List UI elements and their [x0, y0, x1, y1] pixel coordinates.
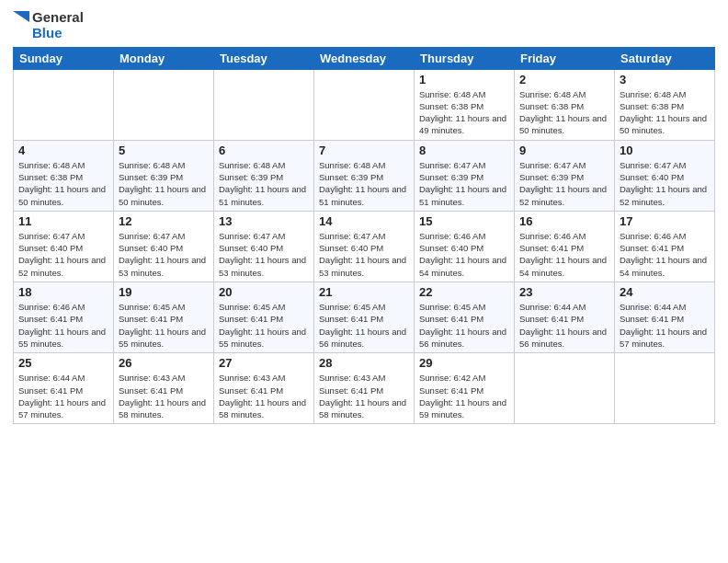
day-info: Sunrise: 6:46 AM Sunset: 6:41 PM Dayligh…: [519, 230, 609, 279]
calendar-cell: [314, 69, 415, 140]
logo-container: General Blue: [13, 9, 84, 41]
day-info: Sunrise: 6:46 AM Sunset: 6:40 PM Dayligh…: [419, 230, 509, 279]
weekday-header-monday: Monday: [114, 47, 214, 69]
calendar-cell: 2Sunrise: 6:48 AM Sunset: 6:38 PM Daylig…: [515, 69, 615, 140]
day-info: Sunrise: 6:44 AM Sunset: 6:41 PM Dayligh…: [620, 301, 710, 350]
day-number: 3: [620, 73, 710, 86]
calendar-cell: 10Sunrise: 6:47 AM Sunset: 6:40 PM Dayli…: [615, 140, 715, 211]
calendar-cell: 15Sunrise: 6:46 AM Sunset: 6:40 PM Dayli…: [415, 211, 515, 282]
calendar-cell: 22Sunrise: 6:45 AM Sunset: 6:41 PM Dayli…: [415, 282, 515, 353]
svg-marker-0: [13, 11, 29, 22]
calendar-cell: 12Sunrise: 6:47 AM Sunset: 6:40 PM Dayli…: [114, 211, 214, 282]
day-info: Sunrise: 6:48 AM Sunset: 6:38 PM Dayligh…: [620, 88, 710, 137]
day-info: Sunrise: 6:48 AM Sunset: 6:38 PM Dayligh…: [419, 88, 509, 137]
weekday-header-friday: Friday: [515, 47, 615, 69]
calendar-cell: 9Sunrise: 6:47 AM Sunset: 6:39 PM Daylig…: [515, 140, 615, 211]
day-info: Sunrise: 6:45 AM Sunset: 6:41 PM Dayligh…: [119, 301, 209, 350]
day-info: Sunrise: 6:47 AM Sunset: 6:40 PM Dayligh…: [620, 159, 710, 208]
day-number: 22: [419, 285, 509, 299]
calendar-cell: 20Sunrise: 6:45 AM Sunset: 6:41 PM Dayli…: [214, 282, 314, 353]
calendar-cell: 6Sunrise: 6:48 AM Sunset: 6:39 PM Daylig…: [214, 140, 314, 211]
weekday-header-thursday: Thursday: [415, 47, 515, 69]
day-info: Sunrise: 6:42 AM Sunset: 6:41 PM Dayligh…: [419, 372, 509, 420]
logo-line1: General: [32, 9, 84, 25]
day-number: 2: [519, 73, 609, 86]
calendar-cell: 21Sunrise: 6:45 AM Sunset: 6:41 PM Dayli…: [314, 282, 415, 353]
day-number: 12: [119, 214, 209, 228]
day-number: 28: [319, 356, 409, 370]
calendar-cell: [214, 69, 314, 140]
day-number: 18: [18, 285, 108, 299]
calendar-cell: 19Sunrise: 6:45 AM Sunset: 6:41 PM Dayli…: [114, 282, 214, 353]
logo-triangle-icon: [13, 11, 29, 39]
weekday-header-sunday: Sunday: [14, 47, 114, 69]
day-number: 19: [119, 285, 209, 299]
calendar-cell: 16Sunrise: 6:46 AM Sunset: 6:41 PM Dayli…: [515, 211, 615, 282]
day-info: Sunrise: 6:47 AM Sunset: 6:40 PM Dayligh…: [319, 230, 409, 279]
logo-text: General Blue: [32, 9, 84, 41]
calendar-cell: [114, 69, 214, 140]
day-number: 24: [620, 285, 710, 299]
page: General Blue SundayMondayTuesdayWednesda…: [0, 0, 728, 563]
day-number: 25: [18, 356, 108, 370]
calendar-cell: 17Sunrise: 6:46 AM Sunset: 6:41 PM Dayli…: [615, 211, 715, 282]
calendar-cell: [615, 353, 715, 424]
calendar-cell: 23Sunrise: 6:44 AM Sunset: 6:41 PM Dayli…: [515, 282, 615, 353]
calendar-cell: 29Sunrise: 6:42 AM Sunset: 6:41 PM Dayli…: [415, 353, 515, 424]
day-info: Sunrise: 6:47 AM Sunset: 6:39 PM Dayligh…: [419, 159, 509, 208]
day-info: Sunrise: 6:43 AM Sunset: 6:41 PM Dayligh…: [219, 372, 309, 420]
calendar-cell: 18Sunrise: 6:46 AM Sunset: 6:41 PM Dayli…: [14, 282, 114, 353]
calendar-cell: 25Sunrise: 6:44 AM Sunset: 6:41 PM Dayli…: [14, 353, 114, 424]
calendar-table: SundayMondayTuesdayWednesdayThursdayFrid…: [13, 47, 715, 425]
day-number: 1: [419, 73, 509, 86]
day-number: 21: [319, 285, 409, 299]
day-number: 11: [18, 214, 108, 228]
day-info: Sunrise: 6:46 AM Sunset: 6:41 PM Dayligh…: [620, 230, 710, 279]
weekday-header-wednesday: Wednesday: [314, 47, 415, 69]
day-info: Sunrise: 6:47 AM Sunset: 6:40 PM Dayligh…: [219, 230, 309, 279]
day-info: Sunrise: 6:44 AM Sunset: 6:41 PM Dayligh…: [519, 301, 609, 350]
calendar-cell: 8Sunrise: 6:47 AM Sunset: 6:39 PM Daylig…: [415, 140, 515, 211]
day-number: 9: [519, 144, 609, 157]
day-info: Sunrise: 6:48 AM Sunset: 6:39 PM Dayligh…: [219, 159, 309, 208]
calendar-cell: 5Sunrise: 6:48 AM Sunset: 6:39 PM Daylig…: [114, 140, 214, 211]
day-number: 16: [519, 214, 609, 228]
calendar-cell: 14Sunrise: 6:47 AM Sunset: 6:40 PM Dayli…: [314, 211, 415, 282]
day-info: Sunrise: 6:48 AM Sunset: 6:39 PM Dayligh…: [119, 159, 209, 208]
day-number: 13: [219, 214, 309, 228]
day-number: 5: [119, 144, 209, 157]
day-number: 10: [620, 144, 710, 157]
day-number: 7: [319, 144, 409, 157]
day-info: Sunrise: 6:45 AM Sunset: 6:41 PM Dayligh…: [319, 301, 409, 350]
day-info: Sunrise: 6:46 AM Sunset: 6:41 PM Dayligh…: [18, 301, 108, 350]
day-number: 26: [119, 356, 209, 370]
day-number: 20: [219, 285, 309, 299]
day-info: Sunrise: 6:48 AM Sunset: 6:39 PM Dayligh…: [319, 159, 409, 208]
calendar-cell: 7Sunrise: 6:48 AM Sunset: 6:39 PM Daylig…: [314, 140, 415, 211]
calendar-cell: 1Sunrise: 6:48 AM Sunset: 6:38 PM Daylig…: [415, 69, 515, 140]
day-info: Sunrise: 6:43 AM Sunset: 6:41 PM Dayligh…: [119, 372, 209, 420]
day-number: 8: [419, 144, 509, 157]
day-number: 15: [419, 214, 509, 228]
day-info: Sunrise: 6:44 AM Sunset: 6:41 PM Dayligh…: [18, 372, 108, 420]
day-info: Sunrise: 6:48 AM Sunset: 6:38 PM Dayligh…: [18, 159, 108, 208]
day-info: Sunrise: 6:47 AM Sunset: 6:40 PM Dayligh…: [18, 230, 108, 279]
calendar-cell: 11Sunrise: 6:47 AM Sunset: 6:40 PM Dayli…: [14, 211, 114, 282]
calendar-cell: 24Sunrise: 6:44 AM Sunset: 6:41 PM Dayli…: [615, 282, 715, 353]
calendar-cell: 27Sunrise: 6:43 AM Sunset: 6:41 PM Dayli…: [214, 353, 314, 424]
day-info: Sunrise: 6:45 AM Sunset: 6:41 PM Dayligh…: [219, 301, 309, 350]
day-info: Sunrise: 6:45 AM Sunset: 6:41 PM Dayligh…: [419, 301, 509, 350]
calendar-cell: 4Sunrise: 6:48 AM Sunset: 6:38 PM Daylig…: [14, 140, 114, 211]
weekday-header-saturday: Saturday: [615, 47, 715, 69]
day-info: Sunrise: 6:47 AM Sunset: 6:40 PM Dayligh…: [119, 230, 209, 279]
calendar-cell: 13Sunrise: 6:47 AM Sunset: 6:40 PM Dayli…: [214, 211, 314, 282]
calendar-cell: 26Sunrise: 6:43 AM Sunset: 6:41 PM Dayli…: [114, 353, 214, 424]
day-number: 27: [219, 356, 309, 370]
day-info: Sunrise: 6:48 AM Sunset: 6:38 PM Dayligh…: [519, 88, 609, 137]
calendar-cell: [515, 353, 615, 424]
logo: General Blue: [13, 9, 84, 41]
calendar-cell: 28Sunrise: 6:43 AM Sunset: 6:41 PM Dayli…: [314, 353, 415, 424]
day-info: Sunrise: 6:47 AM Sunset: 6:39 PM Dayligh…: [519, 159, 609, 208]
day-number: 6: [219, 144, 309, 157]
day-number: 4: [18, 144, 108, 157]
